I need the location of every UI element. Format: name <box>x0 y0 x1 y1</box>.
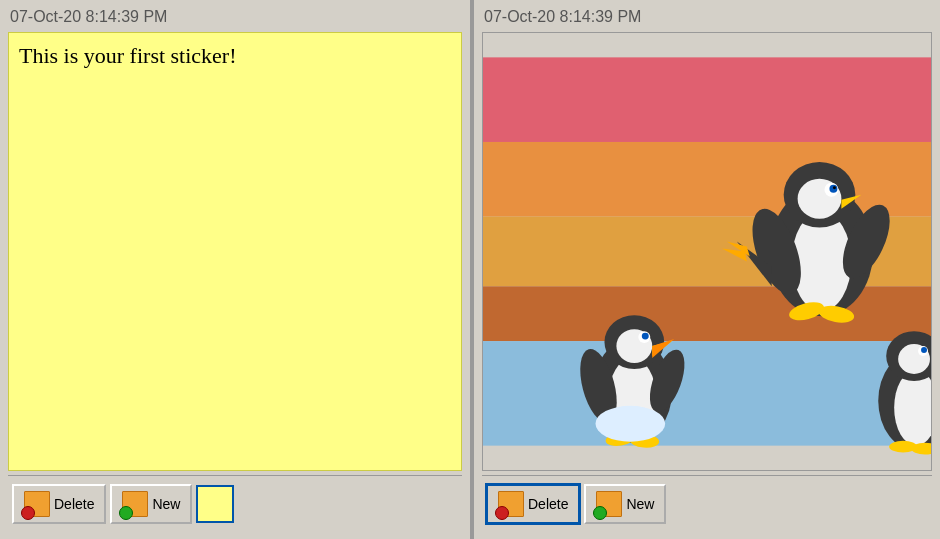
left-delete-button[interactable]: Delete <box>12 484 106 524</box>
left-new-button[interactable]: New <box>110 484 192 524</box>
left-new-label: New <box>152 496 180 512</box>
new-note-icon <box>122 491 148 517</box>
svg-rect-4 <box>483 341 931 446</box>
svg-point-11 <box>833 186 836 189</box>
right-new-note-icon <box>596 491 622 517</box>
right-delete-button[interactable]: Delete <box>486 484 580 524</box>
right-delete-note-icon <box>498 491 524 517</box>
right-new-button[interactable]: New <box>584 484 666 524</box>
delete-note-icon <box>24 491 50 517</box>
right-toolbar: Delete New <box>482 475 932 531</box>
color-swatch[interactable] <box>196 485 234 523</box>
svg-rect-1 <box>483 142 931 217</box>
left-timestamp: 07-Oct-20 8:14:39 PM <box>8 8 462 26</box>
svg-point-31 <box>595 406 665 442</box>
left-panel: 07-Oct-20 8:14:39 PM This is your first … <box>0 0 470 539</box>
svg-point-25 <box>642 333 649 340</box>
sticker-image <box>482 32 932 471</box>
right-panel: 07-Oct-20 8:14:39 PM <box>474 0 940 539</box>
right-delete-label: Delete <box>528 496 568 512</box>
svg-point-38 <box>921 347 927 353</box>
note-text: This is your first sticker! <box>19 43 237 68</box>
sticker-note[interactable]: This is your first sticker! <box>8 32 462 471</box>
left-delete-label: Delete <box>54 496 94 512</box>
right-new-label: New <box>626 496 654 512</box>
right-timestamp: 07-Oct-20 8:14:39 PM <box>482 8 932 26</box>
svg-rect-3 <box>483 286 931 341</box>
left-toolbar: Delete New <box>8 475 462 531</box>
svg-rect-0 <box>483 57 931 142</box>
penguin-scene-svg <box>483 33 931 470</box>
